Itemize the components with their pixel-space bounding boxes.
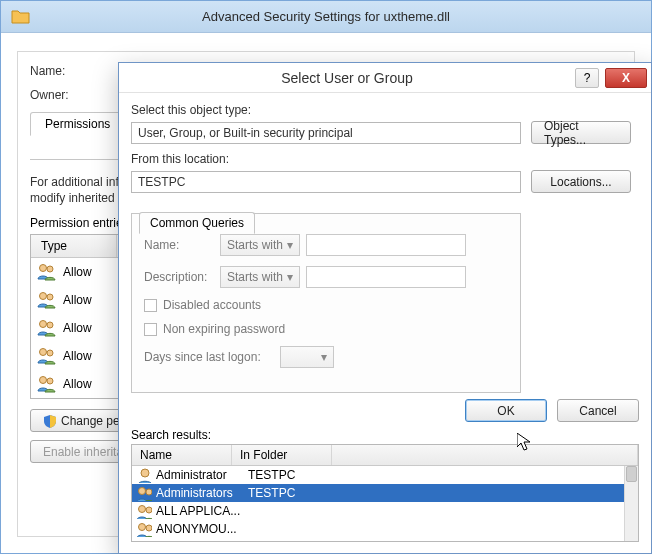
list-item[interactable]: ALL APPLICA...: [132, 502, 624, 520]
scrollbar-thumb[interactable]: [626, 466, 637, 482]
users-icon: [37, 290, 57, 310]
cq-desc-input[interactable]: [306, 266, 466, 288]
parent-title: Advanced Security Settings for uxtheme.d…: [31, 9, 621, 24]
parent-titlebar: Advanced Security Settings for uxtheme.d…: [1, 1, 651, 33]
scrollbar[interactable]: [624, 466, 638, 541]
cq-desc-label: Description:: [144, 270, 214, 284]
owner-label: Owner:: [30, 88, 90, 102]
disabled-accounts-checkbox[interactable]: Disabled accounts: [144, 298, 261, 312]
object-type-label: Select this object type:: [131, 103, 639, 117]
chevron-down-icon: ▾: [321, 350, 327, 364]
search-results-label: Search results:: [131, 428, 639, 442]
perm-type: Allow: [63, 377, 102, 391]
result-name: ANONYMOU...: [156, 522, 244, 536]
perm-type: Allow: [63, 349, 102, 363]
cq-desc-combo[interactable]: Starts with▾: [220, 266, 300, 288]
col-type[interactable]: Type: [31, 235, 117, 257]
tab-common-queries[interactable]: Common Queries: [139, 212, 255, 234]
days-since-combo[interactable]: ▾: [280, 346, 334, 368]
users-icon: [37, 346, 57, 366]
cancel-button[interactable]: Cancel: [557, 399, 639, 422]
locations-button[interactable]: Locations...: [531, 170, 631, 193]
close-button[interactable]: X: [605, 68, 647, 88]
dialog-titlebar: Select User or Group ? X: [119, 63, 651, 93]
chevron-down-icon: ▾: [287, 238, 293, 252]
common-queries-panel: Name: Starts with▾ Description: Starts w…: [131, 213, 521, 393]
perm-type: Allow: [63, 265, 102, 279]
col-name[interactable]: Name: [132, 445, 232, 465]
object-type-input[interactable]: User, Group, or Built-in security princi…: [131, 122, 521, 144]
principal-icon: [136, 467, 152, 483]
col-in-folder[interactable]: In Folder: [232, 445, 332, 465]
search-results-list[interactable]: Name In Folder AdministratorTESTPCAdmini…: [131, 444, 639, 542]
users-icon: [37, 374, 57, 394]
result-folder: TESTPC: [248, 468, 295, 482]
result-folder: TESTPC: [248, 486, 295, 500]
users-icon: [37, 262, 57, 282]
non-expiring-password-checkbox[interactable]: Non expiring password: [144, 322, 285, 336]
help-button[interactable]: ?: [575, 68, 599, 88]
principal-icon: [136, 521, 152, 537]
list-item[interactable]: AdministratorsTESTPC: [132, 484, 624, 502]
list-item[interactable]: AdministratorTESTPC: [132, 466, 624, 484]
perm-type: Allow: [63, 321, 102, 335]
from-location-input[interactable]: TESTPC: [131, 171, 521, 193]
name-label: Name:: [30, 64, 90, 78]
principal-icon: [136, 485, 152, 501]
users-icon: [37, 318, 57, 338]
select-user-or-group-dialog: Select User or Group ? X Select this obj…: [118, 62, 652, 554]
principal-icon: [136, 503, 152, 519]
days-since-label: Days since last logon:: [144, 350, 274, 364]
from-location-label: From this location:: [131, 152, 639, 166]
cq-name-label: Name:: [144, 238, 214, 252]
object-types-button[interactable]: Object Types...: [531, 121, 631, 144]
result-name: Administrators: [156, 486, 244, 500]
result-name: ALL APPLICA...: [156, 504, 244, 518]
ok-button[interactable]: OK: [465, 399, 547, 422]
tab-permissions[interactable]: Permissions: [30, 112, 125, 136]
dialog-title: Select User or Group: [119, 70, 575, 86]
tab-permissions-label: Permissions: [45, 117, 110, 131]
chevron-down-icon: ▾: [287, 270, 293, 284]
perm-type: Allow: [63, 293, 102, 307]
list-item[interactable]: ANONYMOU...: [132, 520, 624, 538]
shield-icon: [43, 414, 57, 428]
result-name: Administrator: [156, 468, 244, 482]
cq-name-input[interactable]: [306, 234, 466, 256]
folder-icon: [11, 7, 31, 27]
cq-name-combo[interactable]: Starts with▾: [220, 234, 300, 256]
close-icon: X: [622, 71, 630, 85]
